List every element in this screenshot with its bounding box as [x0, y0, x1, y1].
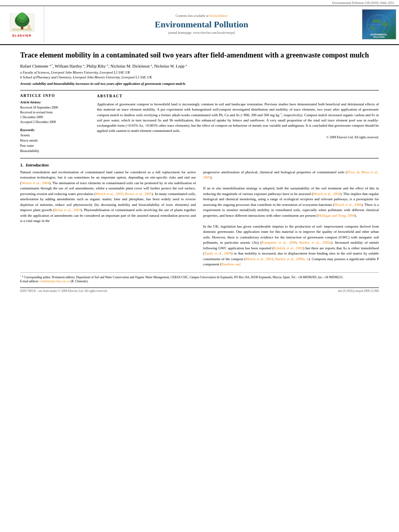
abstract-col: ABSTRACT Application of greenwaste compo…: [97, 94, 379, 154]
cite-mench2003[interactable]: Mench et al., 2003: [95, 192, 123, 196]
received-line: Received 18 September 2009: [20, 105, 90, 110]
cite-bolan[interactable]: Bolan et al., 2003: [54, 208, 80, 212]
intro-left-text: Natural remediation and recolonisation o…: [20, 170, 196, 224]
revised-date: 1 December 2009: [20, 115, 90, 120]
body-two-col: Natural remediation and recolonisation o…: [20, 170, 379, 267]
page: Environmental Pollution 158 (2010) 1644–…: [0, 0, 399, 532]
journal-title: Environmental Pollution: [155, 19, 248, 30]
bottom-info-bar: 0269-7491/$ – see front matter © 2009 El…: [20, 288, 379, 293]
contents-text: Contents lists available at: [176, 14, 209, 18]
footnote-email: E-mail address: rclemente@cebas.csic.es …: [20, 279, 379, 284]
section-number: 1. Introduction: [20, 162, 379, 167]
journal-center: Contents lists available at ScienceDirec…: [44, 6, 359, 43]
abstract-text: Application of greenwaste compost to bro…: [97, 102, 379, 134]
divider-2: [20, 158, 379, 158]
cite-mench2003b[interactable]: Mench et al., 2003: [245, 257, 273, 261]
cite-kiikkila[interactable]: Kiikkilä et al., 2002: [274, 246, 303, 250]
author-hartley: William Hartley a,: [55, 64, 86, 68]
intro-right-col: progressive amelioration of physical, ch…: [203, 170, 379, 267]
section-title: Introduction: [26, 162, 49, 167]
cite-werner[interactable]: Werner et al., 2004: [21, 181, 49, 185]
author-dickinson: Nicholas M. Dickinson a,: [111, 64, 154, 68]
info-abstract-section: ARTICLE INFO Article history: Received 1…: [20, 94, 379, 154]
intro-left-col: Natural remediation and recolonisation o…: [20, 170, 196, 267]
article-info-header: ARTICLE INFO: [20, 94, 90, 98]
keywords-title: Keywords:: [20, 128, 90, 132]
elsevier-tree-icon: [8, 12, 36, 34]
affiliations: a Faculty of Sciences, Liverpool John Mo…: [20, 70, 379, 80]
main-content: Trace element mobility in a contaminated…: [0, 45, 399, 298]
cite-mench2006a[interactable]: Mench et al., 2006: [313, 192, 340, 196]
cite-brown2005[interactable]: Brown et al., 2005: [125, 192, 152, 196]
footnote-area: * * Corresponding author. Permanent addr…: [20, 272, 379, 284]
article-title: Trace element mobility in a contaminated…: [20, 51, 379, 60]
highlight-abstract: Arsenic solubility and bioavailability i…: [20, 82, 379, 86]
article-info-col: ARTICLE INFO Article history: Received 1…: [20, 94, 90, 154]
keywords-list: Arsenic Heavy metals Pore water Bioavail…: [20, 133, 90, 154]
email-label: E-mail address:: [20, 279, 39, 283]
svg-text:POLLUTION: POLLUTION: [373, 36, 385, 38]
svg-point-5: [18, 12, 26, 20]
doi-line: doi:10.1016/j.envpol.2009.12.006: [338, 289, 379, 293]
journal-logo-right: ENVIRONMENTAL POLLUTION: [359, 6, 399, 43]
svg-point-8: [27, 25, 31, 29]
cite-hartley2009a[interactable]: Hartley et al., 2009a: [299, 240, 331, 244]
elsevier-brand-text: ELSEVIER: [12, 34, 32, 37]
revised-label: Received in revised form: [20, 110, 90, 115]
authors-line: Rafael Clemente a,*, William Hartley a, …: [20, 63, 379, 68]
issn-line: 0269-7491/$ – see front matter © 2009 El…: [20, 289, 107, 293]
cite-mench2006b[interactable]: Mench et al., 2006: [334, 203, 362, 207]
cite-hartley2009ab[interactable]: Hartley et al., 2009a, b: [275, 257, 309, 261]
accepted-line: Accepted 2 December 2009: [20, 120, 90, 125]
affiliation-a: a Faculty of Sciences, Liverpool John Mo…: [20, 70, 379, 75]
copyright-line: © 2009 Elsevier Ltd. All rights reserved…: [97, 135, 379, 140]
keyword-3: Pore water: [20, 144, 90, 149]
cite-mulligan[interactable]: Mulligan and Yong, 2004: [318, 214, 355, 218]
section-num: 1.: [20, 162, 23, 167]
keyword-4: Bioavailability: [20, 149, 90, 154]
intro-right-text-3: In the UK, legislation has given conside…: [203, 224, 379, 267]
journal-header: ELSEVIER Contents lists available at Sci…: [0, 6, 399, 45]
svg-text:ENVIRONMENTAL: ENVIRONMENTAL: [370, 34, 387, 36]
cite-rainbow[interactable]: Rainbow and: [221, 262, 241, 266]
journal-homepage: journal homepage: www.elsevier.com/locat…: [168, 31, 235, 35]
intro-right-text-1: progressive amelioration of physical, ch…: [203, 170, 379, 181]
intro-right-text-2: If an in situ immobilization strategy is…: [203, 186, 379, 218]
journal-volume-info: Environmental Pollution 158 (2010) 1644–…: [332, 1, 394, 5]
keyword-2: Heavy metals: [20, 138, 90, 144]
cite-kumpiene[interactable]: Kumpiene et al., 2008: [262, 240, 296, 244]
author-lepp: Nicholas W. Lepp a: [154, 64, 187, 68]
sciencedirect-link[interactable]: ScienceDirect: [210, 14, 228, 18]
footnote-star: * * Corresponding author. Permanent addr…: [20, 275, 379, 279]
email-suffix: (R. Clemente).: [70, 279, 88, 283]
keyword-1: Arsenic: [20, 133, 90, 138]
article-history-title: Article history:: [20, 100, 90, 104]
email-address[interactable]: rclemente@cebas.csic.es: [40, 279, 70, 283]
affiliation-b: b School of Pharmacy and Chemistry, Live…: [20, 75, 379, 80]
journal-info-line: Environmental Pollution 158 (2010) 1644–…: [0, 0, 399, 6]
cite-tandy[interactable]: Tandy et al., 2009: [204, 251, 231, 255]
author-riby: Philip Riby b,: [86, 64, 110, 68]
author-clemente: Rafael Clemente a,*,: [20, 64, 55, 68]
journal-cover-image: ENVIRONMENTAL POLLUTION: [362, 9, 396, 39]
abstract-header: ABSTRACT: [97, 94, 379, 99]
footnote-text: * Corresponding author. Permanent addres…: [22, 275, 343, 279]
divider-1: [20, 90, 379, 90]
sciencedirect-line: Contents lists available at ScienceDirec…: [176, 14, 228, 18]
cite-perez[interactable]: Pérez de Mora et al., 2005: [203, 170, 379, 180]
elsevier-logo-area: ELSEVIER: [0, 6, 44, 43]
